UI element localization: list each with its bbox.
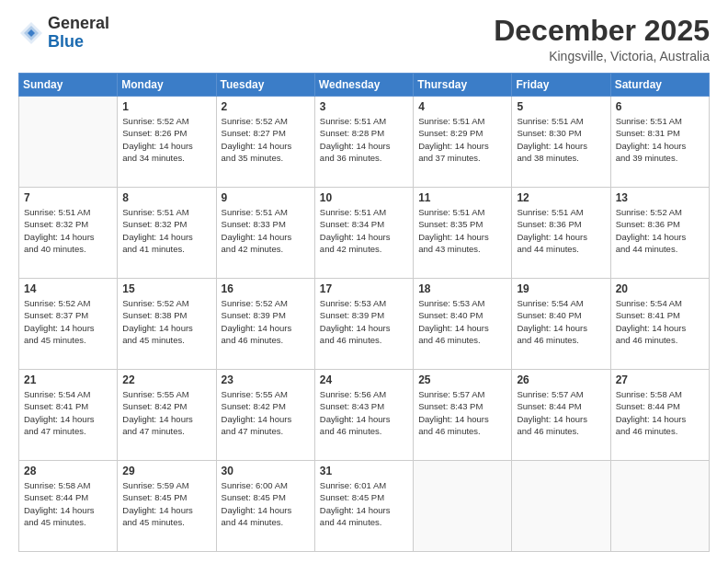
location: Kingsville, Victoria, Australia xyxy=(494,49,710,63)
calendar-cell: 5Sunrise: 5:51 AM Sunset: 8:30 PM Daylig… xyxy=(512,97,610,188)
day-number: 16 xyxy=(222,282,310,295)
cell-content: Sunrise: 5:58 AM Sunset: 8:44 PM Dayligh… xyxy=(24,479,112,528)
day-number: 15 xyxy=(122,282,210,295)
day-number: 10 xyxy=(320,191,408,204)
logo-general: General xyxy=(48,15,109,33)
cell-content: Sunrise: 6:00 AM Sunset: 8:45 PM Dayligh… xyxy=(222,479,310,528)
calendar-cell: 4Sunrise: 5:51 AM Sunset: 8:29 PM Daylig… xyxy=(414,97,512,188)
day-number: 20 xyxy=(616,282,704,295)
week-row-3: 21Sunrise: 5:54 AM Sunset: 8:41 PM Dayli… xyxy=(19,370,710,461)
calendar-cell: 9Sunrise: 5:51 AM Sunset: 8:33 PM Daylig… xyxy=(216,188,314,279)
day-number: 27 xyxy=(616,373,704,386)
cell-content: Sunrise: 5:51 AM Sunset: 8:29 PM Dayligh… xyxy=(418,115,506,164)
page: General Blue December 2025 Kingsville, V… xyxy=(0,0,728,563)
day-number: 17 xyxy=(320,282,408,295)
day-number: 14 xyxy=(24,282,112,295)
cell-content: Sunrise: 5:51 AM Sunset: 8:36 PM Dayligh… xyxy=(517,206,605,255)
cell-content: Sunrise: 5:52 AM Sunset: 8:27 PM Dayligh… xyxy=(222,115,310,164)
day-number: 12 xyxy=(517,191,605,204)
calendar-cell: 22Sunrise: 5:55 AM Sunset: 8:42 PM Dayli… xyxy=(118,370,216,461)
day-number: 9 xyxy=(222,191,310,204)
calendar-cell: 15Sunrise: 5:52 AM Sunset: 8:38 PM Dayli… xyxy=(118,279,216,370)
cell-content: Sunrise: 5:51 AM Sunset: 8:35 PM Dayligh… xyxy=(418,206,506,255)
calendar-cell xyxy=(610,461,709,552)
week-row-1: 7Sunrise: 5:51 AM Sunset: 8:32 PM Daylig… xyxy=(19,188,710,279)
calendar-cell xyxy=(414,461,512,552)
header-wednesday: Wednesday xyxy=(314,74,413,97)
day-number: 3 xyxy=(320,100,408,113)
cell-content: Sunrise: 5:59 AM Sunset: 8:45 PM Dayligh… xyxy=(122,479,210,528)
calendar-cell: 28Sunrise: 5:58 AM Sunset: 8:44 PM Dayli… xyxy=(19,461,118,552)
header-friday: Friday xyxy=(512,74,610,97)
cell-content: Sunrise: 5:51 AM Sunset: 8:32 PM Dayligh… xyxy=(24,206,112,255)
header-saturday: Saturday xyxy=(610,74,709,97)
calendar-cell: 1Sunrise: 5:52 AM Sunset: 8:26 PM Daylig… xyxy=(118,97,216,188)
day-number: 11 xyxy=(418,191,506,204)
calendar-cell: 17Sunrise: 5:53 AM Sunset: 8:39 PM Dayli… xyxy=(314,279,413,370)
cell-content: Sunrise: 5:51 AM Sunset: 8:28 PM Dayligh… xyxy=(320,115,408,164)
cell-content: Sunrise: 5:52 AM Sunset: 8:37 PM Dayligh… xyxy=(24,297,112,346)
day-number: 19 xyxy=(517,282,605,295)
day-number: 29 xyxy=(122,465,210,477)
cell-content: Sunrise: 5:54 AM Sunset: 8:41 PM Dayligh… xyxy=(24,388,112,437)
day-number: 8 xyxy=(122,191,210,204)
calendar-cell: 30Sunrise: 6:00 AM Sunset: 8:45 PM Dayli… xyxy=(216,461,314,552)
header: General Blue December 2025 Kingsville, V… xyxy=(18,15,710,63)
cell-content: Sunrise: 5:52 AM Sunset: 8:39 PM Dayligh… xyxy=(222,297,310,346)
cell-content: Sunrise: 5:52 AM Sunset: 8:36 PM Dayligh… xyxy=(616,206,704,255)
week-row-0: 1Sunrise: 5:52 AM Sunset: 8:26 PM Daylig… xyxy=(19,97,710,188)
calendar-cell: 6Sunrise: 5:51 AM Sunset: 8:31 PM Daylig… xyxy=(610,97,709,188)
day-number: 22 xyxy=(122,373,210,386)
header-monday: Monday xyxy=(118,74,216,97)
calendar-cell: 18Sunrise: 5:53 AM Sunset: 8:40 PM Dayli… xyxy=(414,279,512,370)
cell-content: Sunrise: 5:53 AM Sunset: 8:40 PM Dayligh… xyxy=(418,297,506,346)
day-number: 25 xyxy=(418,373,506,386)
cell-content: Sunrise: 5:57 AM Sunset: 8:43 PM Dayligh… xyxy=(418,388,506,437)
cell-content: Sunrise: 6:01 AM Sunset: 8:45 PM Dayligh… xyxy=(320,479,408,528)
logo: General Blue xyxy=(18,15,109,52)
day-number: 2 xyxy=(222,100,310,113)
day-number: 24 xyxy=(320,373,408,386)
month-title: December 2025 xyxy=(494,15,710,47)
cell-content: Sunrise: 5:55 AM Sunset: 8:42 PM Dayligh… xyxy=(122,388,210,437)
calendar-cell: 7Sunrise: 5:51 AM Sunset: 8:32 PM Daylig… xyxy=(19,188,118,279)
header-thursday: Thursday xyxy=(414,74,512,97)
calendar-cell: 29Sunrise: 5:59 AM Sunset: 8:45 PM Dayli… xyxy=(118,461,216,552)
cell-content: Sunrise: 5:57 AM Sunset: 8:44 PM Dayligh… xyxy=(517,388,605,437)
calendar-cell: 11Sunrise: 5:51 AM Sunset: 8:35 PM Dayli… xyxy=(414,188,512,279)
day-number: 7 xyxy=(24,191,112,204)
calendar-cell: 25Sunrise: 5:57 AM Sunset: 8:43 PM Dayli… xyxy=(414,370,512,461)
cell-content: Sunrise: 5:51 AM Sunset: 8:31 PM Dayligh… xyxy=(616,115,704,164)
cell-content: Sunrise: 5:58 AM Sunset: 8:44 PM Dayligh… xyxy=(616,388,704,437)
calendar-cell: 26Sunrise: 5:57 AM Sunset: 8:44 PM Dayli… xyxy=(512,370,610,461)
day-number: 6 xyxy=(616,100,704,113)
day-number: 13 xyxy=(616,191,704,204)
day-number: 30 xyxy=(222,465,310,477)
week-row-4: 28Sunrise: 5:58 AM Sunset: 8:44 PM Dayli… xyxy=(19,461,710,552)
header-tuesday: Tuesday xyxy=(216,74,314,97)
calendar-cell: 31Sunrise: 6:01 AM Sunset: 8:45 PM Dayli… xyxy=(314,461,413,552)
calendar: Sunday Monday Tuesday Wednesday Thursday… xyxy=(18,73,710,552)
header-sunday: Sunday xyxy=(19,74,118,97)
calendar-cell: 23Sunrise: 5:55 AM Sunset: 8:42 PM Dayli… xyxy=(216,370,314,461)
day-number: 5 xyxy=(517,100,605,113)
cell-content: Sunrise: 5:54 AM Sunset: 8:41 PM Dayligh… xyxy=(616,297,704,346)
calendar-cell: 10Sunrise: 5:51 AM Sunset: 8:34 PM Dayli… xyxy=(314,188,413,279)
week-row-2: 14Sunrise: 5:52 AM Sunset: 8:37 PM Dayli… xyxy=(19,279,710,370)
calendar-cell: 2Sunrise: 5:52 AM Sunset: 8:27 PM Daylig… xyxy=(216,97,314,188)
day-number: 4 xyxy=(418,100,506,113)
calendar-cell: 8Sunrise: 5:51 AM Sunset: 8:32 PM Daylig… xyxy=(118,188,216,279)
cell-content: Sunrise: 5:54 AM Sunset: 8:40 PM Dayligh… xyxy=(517,297,605,346)
weekday-header-row: Sunday Monday Tuesday Wednesday Thursday… xyxy=(19,74,710,97)
cell-content: Sunrise: 5:51 AM Sunset: 8:30 PM Dayligh… xyxy=(517,115,605,164)
cell-content: Sunrise: 5:52 AM Sunset: 8:26 PM Dayligh… xyxy=(122,115,210,164)
day-number: 28 xyxy=(24,465,112,477)
day-number: 23 xyxy=(222,373,310,386)
logo-blue: Blue xyxy=(48,33,109,52)
calendar-cell: 14Sunrise: 5:52 AM Sunset: 8:37 PM Dayli… xyxy=(19,279,118,370)
calendar-cell xyxy=(19,97,118,188)
cell-content: Sunrise: 5:55 AM Sunset: 8:42 PM Dayligh… xyxy=(222,388,310,437)
calendar-cell: 24Sunrise: 5:56 AM Sunset: 8:43 PM Dayli… xyxy=(314,370,413,461)
day-number: 21 xyxy=(24,373,112,386)
cell-content: Sunrise: 5:53 AM Sunset: 8:39 PM Dayligh… xyxy=(320,297,408,346)
